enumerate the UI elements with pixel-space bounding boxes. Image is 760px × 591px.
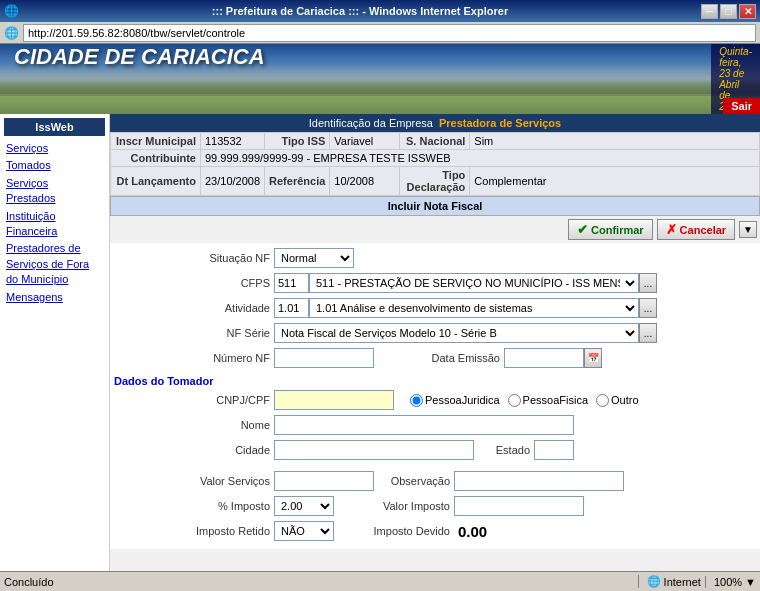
tipo-declaracao-value: Complementar — [470, 167, 760, 196]
internet-icon: 🌐 — [647, 575, 661, 588]
atividade-label: Atividade — [114, 302, 274, 314]
sidebar: IssWeb Serviços Tomados ServiçosPrestado… — [0, 114, 110, 571]
radio-pessoa-fisica-input[interactable] — [508, 394, 521, 407]
cfps-desc-select[interactable]: 511 - PRESTAÇÃO DE SERVIÇO NO MUNICÍPIO … — [309, 273, 639, 293]
estado-input[interactable] — [534, 440, 574, 460]
x-icon: ✗ — [666, 222, 677, 237]
cnpj-row: CNPJ/CPF PessoaJuridica PessoaFisica — [114, 389, 756, 411]
atividade-code-input[interactable] — [274, 298, 309, 318]
radio-outro-label: Outro — [611, 394, 639, 406]
tipo-iss-label: Tipo ISS — [265, 133, 330, 150]
data-emissao-calendar-button[interactable]: 📅 — [584, 348, 602, 368]
nome-label: Nome — [114, 419, 274, 431]
check-icon: ✔ — [577, 222, 588, 237]
atividade-desc-select[interactable]: 1.01 Análise e desenvolvimento de sistem… — [309, 298, 639, 318]
situacao-nf-select[interactable]: Normal Cancelada Substituida — [274, 248, 354, 268]
cfps-label: CFPS — [114, 277, 274, 289]
nf-serie-label: NF Série — [114, 327, 274, 339]
cidade-label: Cidade — [114, 444, 274, 456]
s-nacional-label: S. Nacional — [400, 133, 470, 150]
referencia-label: Referência — [265, 167, 330, 196]
cancel-button[interactable]: ✗ Cancelar — [657, 219, 735, 240]
imposto-retido-select[interactable]: NÃO SIM — [274, 521, 334, 541]
sidebar-item-servicos-prestados[interactable]: ServiçosPrestados — [4, 175, 105, 208]
radio-pessoa-fisica[interactable]: PessoaFisica — [508, 394, 588, 407]
person-type-radio-group: PessoaJuridica PessoaFisica Outro — [410, 394, 639, 407]
radio-outro[interactable]: Outro — [596, 394, 639, 407]
cidade-estado-row: Cidade Estado — [114, 439, 756, 461]
cfps-browse-button[interactable]: ... — [639, 273, 657, 293]
cidade-input[interactable] — [274, 440, 474, 460]
content-area: Identificação da Empresa Prestadora de S… — [110, 114, 760, 571]
radio-pessoa-juridica-label: PessoaJuridica — [425, 394, 500, 406]
nf-serie-browse-button[interactable]: ... — [639, 323, 657, 343]
minimize-button[interactable]: ─ — [701, 4, 718, 19]
pct-imposto-select[interactable]: 2.00 3.00 5.00 — [274, 496, 334, 516]
referencia-value: 10/2008 — [330, 167, 400, 196]
pct-valor-row: % Imposto 2.00 3.00 5.00 Valor Imposto — [114, 495, 756, 517]
zoom-text: 100% — [714, 576, 742, 588]
radio-pessoa-juridica-input[interactable] — [410, 394, 423, 407]
inscr-municipal-value: 113532 — [201, 133, 265, 150]
s-nacional-value: Sim — [470, 133, 760, 150]
observacao-input[interactable] — [454, 471, 624, 491]
table-row: Contribuinte 99.999.999/9999-99 - EMPRES… — [111, 150, 760, 167]
cfps-code-input[interactable] — [274, 273, 309, 293]
data-emissao-input[interactable] — [504, 348, 584, 368]
address-input[interactable] — [23, 24, 756, 42]
radio-outro-input[interactable] — [596, 394, 609, 407]
nf-serie-row: NF Série Nota Fiscal de Serviços Modelo … — [114, 322, 756, 344]
nota-fiscal-header: Incluir Nota Fiscal — [110, 196, 760, 216]
sidebar-item-prestadores[interactable]: Prestadores deServiços de Forado Municíp… — [4, 240, 105, 288]
company-header-static: Identificação da Empresa — [309, 117, 433, 129]
sidebar-item-servicos[interactable]: Serviços — [4, 140, 105, 157]
cnpj-cpf-input[interactable] — [274, 390, 394, 410]
sidebar-item-mensagens[interactable]: Mensagens — [4, 289, 105, 306]
status-bar: Concluído 🌐 Internet 100% ▼ — [0, 571, 760, 591]
dt-lancamento-value: 23/10/2008 — [201, 167, 265, 196]
table-row: Inscr Municipal 113532 Tipo ISS Variavel… — [111, 133, 760, 150]
window-controls: ─ □ ✕ — [701, 4, 756, 19]
toolbar: ✔ Confirmar ✗ Cancelar ▼ — [110, 216, 760, 243]
valor-servicos-input[interactable] — [274, 471, 374, 491]
nf-serie-select[interactable]: Nota Fiscal de Serviços Modelo 10 - Séri… — [274, 323, 639, 343]
maximize-button[interactable]: □ — [720, 4, 737, 19]
contribuinte-value: 99.999.999/9999-99 - EMPRESA TESTE ISSWE… — [201, 150, 760, 167]
pct-imposto-label: % Imposto — [114, 500, 274, 512]
tipo-declaracao-label: Tipo Declaração — [400, 167, 470, 196]
radio-pessoa-fisica-label: PessoaFisica — [523, 394, 588, 406]
sidebar-item-tomados[interactable]: Tomados — [4, 157, 105, 174]
imposto-retido-label: Imposto Retido — [114, 525, 274, 537]
imposto-devido-value: 0.00 — [454, 523, 487, 540]
toolbar-dropdown[interactable]: ▼ — [739, 221, 757, 238]
data-emissao-label: Data Emissão — [374, 352, 504, 364]
atividade-browse-button[interactable]: ... — [639, 298, 657, 318]
sidebar-item-instituicao[interactable]: InstituiçãoFinanceira — [4, 208, 105, 241]
numero-nf-input[interactable] — [274, 348, 374, 368]
valor-servicos-label: Valor Serviços — [114, 475, 274, 487]
window-icon: 🌐 — [4, 4, 19, 18]
confirm-button[interactable]: ✔ Confirmar — [568, 219, 653, 240]
nome-row: Nome — [114, 414, 756, 436]
dados-tomador-title: Dados do Tomador — [114, 372, 756, 389]
address-bar: 🌐 — [0, 22, 760, 44]
close-button[interactable]: ✕ — [739, 4, 756, 19]
cfps-row: CFPS 511 - PRESTAÇÃO DE SERVIÇO NO MUNIC… — [114, 272, 756, 294]
imposto-devido-label: Imposto Devido — [334, 525, 454, 537]
company-header-highlight: Prestadora de Serviços — [439, 117, 561, 129]
tipo-iss-value: Variavel — [330, 133, 400, 150]
contribuinte-label: Contribuinte — [111, 150, 201, 167]
status-text: Concluído — [4, 576, 634, 588]
sair-button[interactable]: Sair — [723, 98, 760, 114]
nome-input[interactable] — [274, 415, 574, 435]
numero-nf-row: Número NF Data Emissão 📅 — [114, 347, 756, 369]
observacao-label: Observação — [374, 475, 454, 487]
zoom-dropdown-icon[interactable]: ▼ — [745, 576, 756, 588]
radio-pessoa-juridica[interactable]: PessoaJuridica — [410, 394, 500, 407]
situacao-nf-label: Situação NF — [114, 252, 274, 264]
situacao-nf-row: Situação NF Normal Cancelada Substituida — [114, 247, 756, 269]
valor-imposto-label: Valor Imposto — [334, 500, 454, 512]
valor-obs-row: Valor Serviços Observação — [114, 470, 756, 492]
valor-imposto-input[interactable] — [454, 496, 584, 516]
cnpj-cpf-label: CNPJ/CPF — [114, 394, 274, 406]
